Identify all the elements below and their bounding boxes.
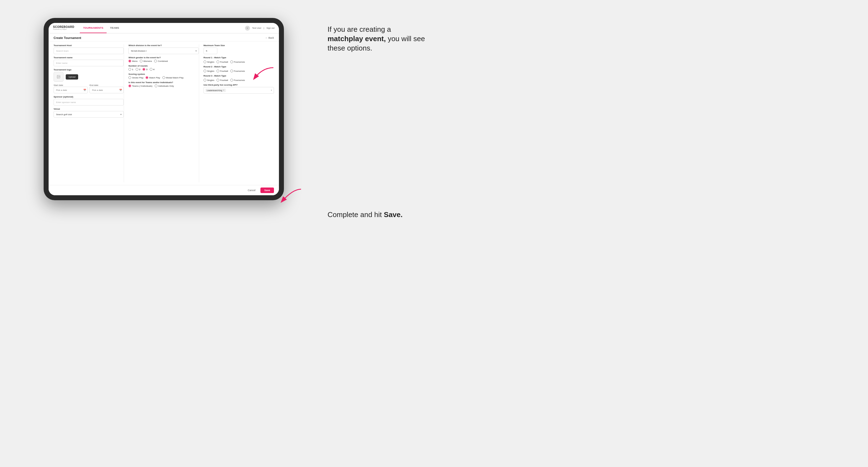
sign-out-link[interactable]: Sign out	[267, 27, 275, 29]
svg-point-1	[58, 76, 58, 76]
rounds-label: Number of rounds	[128, 65, 198, 67]
round1-singles[interactable]: Singles	[204, 60, 214, 63]
user-name: Test User	[252, 27, 261, 29]
round-1[interactable]: 1	[128, 68, 133, 71]
division-label: Which division is the event for?	[128, 44, 198, 47]
back-link[interactable]: ← Back	[265, 36, 274, 39]
tournament-host-group: Tournament Host	[54, 44, 124, 54]
cancel-button[interactable]: Cancel	[245, 188, 258, 193]
api-select-wrapper[interactable]: Leaderboard King ✕ ▾	[204, 87, 274, 94]
round-2[interactable]: 2	[135, 68, 140, 71]
round-4[interactable]: 4	[150, 68, 154, 71]
round3-singles[interactable]: Singles	[204, 79, 214, 82]
end-date-input[interactable]	[90, 87, 124, 93]
sponsor-input[interactable]	[54, 99, 124, 105]
tab-teams[interactable]: TEAMS	[106, 23, 122, 33]
round1-label: Round 1 - Match Type	[204, 56, 274, 59]
date-fields: Start date 📅 End date 📅	[54, 84, 124, 93]
calendar-icon: 📅	[84, 89, 86, 91]
venue-select[interactable]: Search golf club	[54, 111, 124, 118]
sponsor-group: Sponsor (optional)	[54, 96, 124, 105]
scoring-medal-match[interactable]: Medal Match Play	[162, 76, 184, 79]
gender-combined[interactable]: Combined	[154, 60, 167, 62]
end-date-field: End date 📅	[90, 84, 124, 93]
scoring-label: Scoring system	[128, 73, 198, 75]
teams-radio-group: Teams (+Individuals) Individuals Only	[128, 85, 198, 87]
tablet-screen: SCOREBOARD Powered by clippit TOURNAMENT…	[49, 23, 279, 195]
annotation-save: Complete and hit Save.	[328, 210, 427, 220]
form-title: Create Tournament	[54, 36, 81, 39]
api-remove-icon[interactable]: ✕	[223, 89, 224, 91]
upload-button[interactable]: Upload	[66, 74, 78, 80]
round1-fourball[interactable]: Fourball	[217, 60, 228, 63]
annotation-right-text1: If you are creating a	[328, 25, 391, 33]
round2-fourball[interactable]: Fourball	[217, 70, 228, 72]
venue-label: Venue	[54, 108, 124, 110]
date-group: Start date 📅 End date 📅	[54, 84, 124, 93]
gender-group: Which gender is the event for? Mens Wome…	[128, 56, 198, 62]
logo-area: SCOREBOARD Powered by clippit	[53, 26, 74, 30]
nav-bar: SCOREBOARD Powered by clippit TOURNAMENT…	[49, 23, 279, 33]
form-footer: Cancel Save	[49, 185, 279, 195]
calendar-icon-end: 📅	[119, 89, 122, 91]
round2-singles[interactable]: Singles	[204, 70, 214, 72]
scoring-radio-group: Stroke Play Match Play Medal Match Play	[128, 76, 198, 79]
logo-text: SCOREBOARD	[53, 26, 74, 28]
tournament-name-input[interactable]	[54, 60, 124, 66]
api-tag: Leaderboard King ✕	[206, 89, 226, 92]
api-tag-label: Leaderboard King	[207, 90, 222, 91]
logo-upload-area: Upload	[54, 72, 124, 82]
scoring-stroke-play[interactable]: Stroke Play	[128, 76, 143, 79]
sponsor-label: Sponsor (optional)	[54, 96, 124, 98]
end-date-label: End date	[90, 84, 124, 87]
round3-fourball[interactable]: Fourball	[217, 79, 228, 82]
round1-options: Singles Fourball Foursomes	[204, 60, 274, 63]
nav-right: U Test User | Sign out	[245, 26, 275, 31]
tournament-logo-label: Tournament logo	[54, 68, 124, 71]
start-date-input[interactable]	[54, 87, 88, 93]
separator: |	[264, 27, 264, 29]
teams-label: Is this event for Teams and/or Individua…	[128, 81, 198, 84]
gender-label: Which gender is the event for?	[128, 56, 198, 59]
round1-foursomes[interactable]: Foursomes	[230, 60, 245, 63]
max-team-size-group: Maximum Team Size	[204, 44, 274, 54]
tablet-frame: SCOREBOARD Powered by clippit TOURNAMENT…	[43, 18, 284, 200]
logo-sub: Powered by clippit	[53, 28, 74, 30]
tournament-name-label: Tournament name	[54, 56, 124, 59]
annotation-matchplay-bold: matchplay event,	[328, 34, 386, 43]
tournament-logo-group: Tournament logo Upload	[54, 68, 124, 82]
tournament-host-input[interactable]	[54, 48, 124, 54]
max-team-size-input[interactable]	[204, 48, 217, 54]
gender-womens[interactable]: Womens	[140, 60, 152, 62]
division-select-wrapper: NCAA Division I	[128, 48, 198, 54]
form-column-left: Tournament Host Tournament name Tourname…	[54, 44, 124, 182]
scoring-group: Scoring system Stroke Play Match Play	[128, 73, 198, 79]
form-body: Tournament Host Tournament name Tourname…	[49, 41, 279, 185]
annotation-matchplay: If you are creating a matchplay event, y…	[328, 25, 427, 53]
venue-select-wrapper: Search golf club	[54, 111, 124, 118]
start-date-field: Start date 📅	[54, 84, 88, 93]
logo-placeholder	[54, 72, 64, 82]
round-3[interactable]: 3	[143, 68, 147, 71]
start-date-label: Start date	[54, 84, 88, 87]
teams-group: Is this event for Teams and/or Individua…	[128, 81, 198, 87]
annotation-save-bold: Save.	[384, 211, 403, 219]
division-select[interactable]: NCAA Division I	[128, 48, 198, 54]
gender-mens[interactable]: Mens	[128, 60, 137, 62]
form-column-middle: Which division is the event for? NCAA Di…	[128, 44, 199, 182]
individuals-only[interactable]: Individuals Only	[155, 85, 174, 87]
form-container: Create Tournament ← Back Tournament Host…	[49, 33, 279, 195]
tab-tournaments[interactable]: TOURNAMENTS	[80, 23, 106, 33]
tournament-host-label: Tournament Host	[54, 44, 124, 47]
teams-plus-individuals[interactable]: Teams (+Individuals)	[128, 85, 152, 87]
rounds-radio-group: 1 2 3 4	[128, 68, 198, 71]
nav-tabs: TOURNAMENTS TEAMS	[80, 23, 122, 33]
scoring-match-play[interactable]: Match Play	[146, 76, 160, 79]
arrow-matchplay	[240, 65, 276, 87]
form-header: Create Tournament ← Back	[49, 33, 279, 41]
gender-radio-group: Mens Womens Combined	[128, 60, 198, 62]
end-date-wrapper: 📅	[90, 87, 124, 93]
start-date-wrapper: 📅	[54, 87, 88, 93]
venue-group: Venue Search golf club	[54, 108, 124, 118]
max-team-size-label: Maximum Team Size	[204, 44, 274, 47]
